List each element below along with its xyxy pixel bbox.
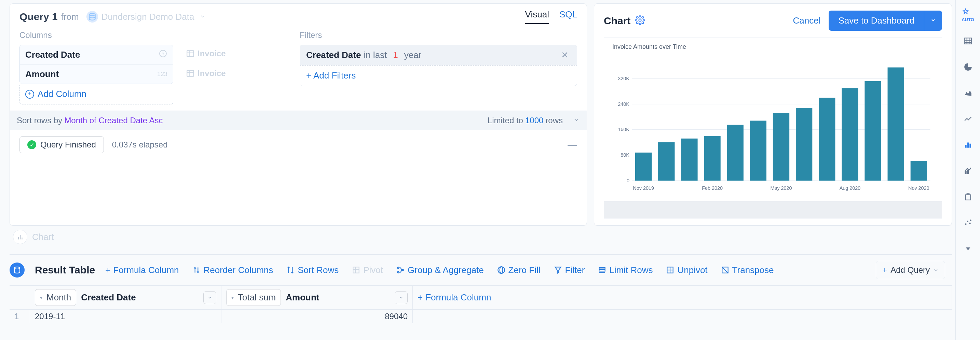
column-name: Created Date: [25, 49, 80, 60]
svg-point-74: [967, 221, 968, 222]
datasource-select[interactable]: Dundersign Demo Data: [84, 9, 209, 24]
chart-heading: Chart: [604, 15, 630, 27]
svg-rect-21: [681, 139, 697, 180]
add-query-button[interactable]: + Add Query: [876, 261, 945, 279]
svg-text:Aug 2020: Aug 2020: [840, 185, 861, 191]
filter-button[interactable]: Filter: [554, 265, 585, 275]
add-formula-column-button[interactable]: +Formula Column: [413, 286, 952, 309]
reorder-columns-button[interactable]: Reorder Columns: [192, 265, 274, 275]
cell: 2019-11: [30, 310, 221, 323]
tab-sql[interactable]: SQL: [559, 9, 577, 24]
table-icon[interactable]: [960, 33, 976, 49]
query-panel: Query 1 from Dundersign Demo Data Visual: [10, 3, 587, 226]
transpose-button[interactable]: Transpose: [721, 265, 774, 275]
bar-chart-icon[interactable]: [960, 136, 976, 153]
filter-row[interactable]: Created Date in last 1 year ✕: [300, 45, 577, 65]
chart-chip[interactable]: Chart: [13, 230, 952, 244]
from-label: from: [61, 12, 79, 22]
svg-rect-31: [911, 161, 927, 180]
chevron-down-icon: ▾: [231, 295, 234, 300]
svg-text:320K: 320K: [618, 76, 629, 81]
gear-icon[interactable]: [635, 15, 645, 26]
sort-row[interactable]: Sort rows by Month of Created Date Asc L…: [10, 111, 587, 130]
column-menu-button[interactable]: [203, 291, 216, 304]
svg-rect-67: [967, 143, 968, 148]
tab-visual[interactable]: Visual: [525, 9, 549, 24]
save-dropdown-button[interactable]: [924, 11, 942, 31]
svg-text:May 2020: May 2020: [770, 185, 792, 191]
column-item[interactable]: Amount 123 Invoice: [20, 65, 173, 84]
column-name: Amount: [25, 69, 59, 79]
limit-control[interactable]: Limited to 1000 rows: [488, 116, 580, 125]
filter-value: 1: [393, 50, 398, 60]
svg-rect-28: [842, 88, 858, 180]
gauge-icon[interactable]: [960, 188, 976, 205]
plus-circle-icon: +: [25, 90, 34, 99]
result-icon: [10, 263, 25, 278]
datasource-icon: [86, 11, 98, 22]
svg-point-75: [969, 223, 970, 224]
svg-text:Nov 2019: Nov 2019: [633, 185, 654, 191]
unpivot-button[interactable]: Unpivot: [666, 265, 707, 275]
save-to-dashboard-button[interactable]: Save to Dashboard: [829, 11, 924, 31]
svg-rect-66: [965, 145, 966, 148]
line-chart-icon[interactable]: [960, 111, 976, 127]
svg-rect-22: [704, 136, 720, 180]
query-title[interactable]: Query 1: [19, 11, 58, 22]
aggregation-select[interactable]: ▾ Total sum: [226, 289, 281, 306]
svg-rect-26: [796, 108, 812, 180]
svg-point-40: [14, 267, 20, 269]
table-column-header: ▾ Total sum Amount: [221, 286, 413, 309]
cancel-button[interactable]: Cancel: [793, 15, 821, 26]
datasource-name: Dundersign Demo Data: [102, 12, 194, 22]
svg-rect-70: [967, 170, 968, 174]
aggregation-select[interactable]: ▾ Month: [35, 289, 76, 306]
combo-chart-icon[interactable]: [960, 163, 976, 179]
formula-column-button[interactable]: +Formula Column: [105, 265, 179, 275]
group-aggregate-button[interactable]: Group & Aggregate: [396, 265, 484, 275]
column-menu-button[interactable]: [395, 291, 408, 304]
table-row[interactable]: 1 2019-11 89040: [10, 310, 952, 323]
sort-rows-button[interactable]: Sort Rows: [286, 265, 339, 275]
scatter-chart-icon[interactable]: [960, 214, 976, 231]
plus-icon: +: [882, 265, 887, 275]
query-finished-badge: ✓ Query Finished: [19, 136, 104, 153]
svg-text:240K: 240K: [618, 101, 629, 107]
column-name: Created Date: [81, 292, 199, 303]
chart-brush[interactable]: [604, 201, 942, 218]
remove-filter-icon[interactable]: ✕: [559, 50, 571, 60]
pie-chart-icon[interactable]: [960, 59, 976, 75]
svg-rect-19: [635, 153, 652, 180]
chevron-down-icon: [573, 116, 580, 125]
svg-rect-68: [969, 144, 971, 148]
bar-chart[interactable]: 080K160K240K320KNov 2019Feb 2020May 2020…: [612, 53, 934, 197]
svg-point-49: [398, 271, 399, 273]
svg-rect-29: [864, 81, 881, 180]
chevron-down-icon: [200, 13, 206, 21]
add-filters-button[interactable]: + Add Filters: [300, 65, 577, 86]
row-index: 1: [10, 310, 30, 323]
area-chart-icon[interactable]: [960, 85, 976, 101]
more-charts-icon[interactable]: [960, 240, 976, 257]
filters-heading: Filters: [300, 30, 577, 40]
svg-text:Nov 2020: Nov 2020: [908, 185, 929, 191]
chart-panel: Chart Cancel Save to Dashboard: [594, 3, 952, 226]
cell: 89040: [221, 310, 413, 323]
limit-rows-button[interactable]: Limit Rows: [598, 265, 653, 275]
svg-rect-72: [965, 195, 970, 200]
svg-rect-69: [965, 171, 966, 174]
add-column-button[interactable]: + Add Column: [19, 84, 173, 104]
svg-rect-54: [599, 267, 605, 269]
sort-value[interactable]: Month of Created Date Asc: [64, 116, 163, 125]
svg-text:160K: 160K: [618, 127, 629, 132]
svg-text:Feb 2020: Feb 2020: [702, 185, 723, 191]
rail-auto-button[interactable]: AUTO: [960, 7, 976, 23]
elapsed-text: 0.037s elapsed: [112, 140, 168, 150]
right-rail: AUTO: [955, 0, 980, 340]
column-item[interactable]: Created Date Invoice: [20, 45, 173, 65]
collapse-button[interactable]: —: [568, 139, 577, 150]
filter-op: in last: [364, 50, 387, 60]
svg-text:0: 0: [627, 178, 629, 183]
zero-fill-button[interactable]: Zero Fill: [497, 265, 541, 275]
chart-area[interactable]: Invoice Amounts over Time 080K160K240K32…: [604, 38, 942, 218]
